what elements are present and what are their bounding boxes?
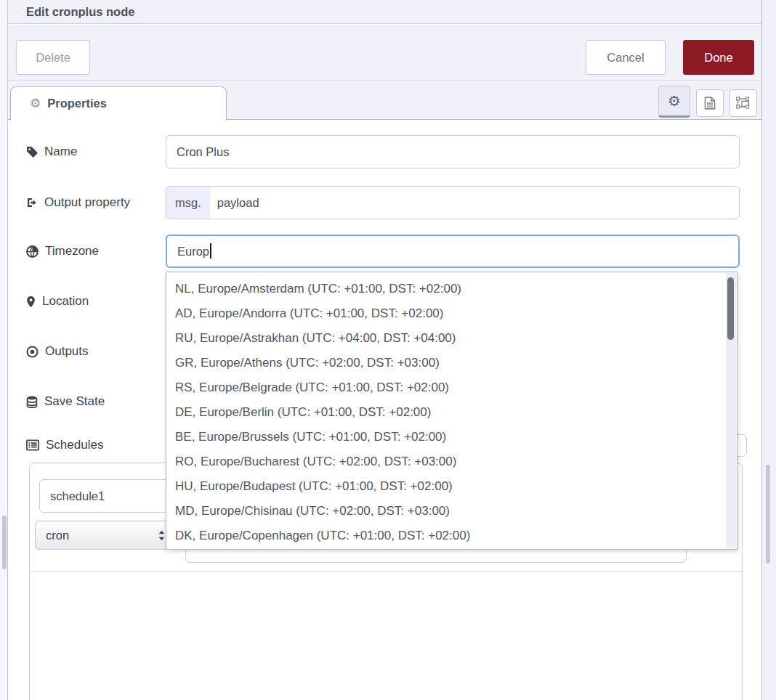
properties-tab-label: Properties [47,97,107,110]
timezone-dropdown-item[interactable]: IE, Europe/Dublin (UTC: +00:00, DST: +01… [166,548,737,550]
document-icon [704,97,716,110]
output-property-value: payload [210,187,259,219]
sort-arrows-icon [158,530,166,541]
msg-prefix-select[interactable]: msg. [166,187,210,219]
schedule-name-value: schedule1 [50,489,105,502]
timezone-dropdown-item[interactable]: HU, Europe/Budapest (UTC: +01:00, DST: +… [166,474,737,499]
timezone-dropdown-item[interactable]: DE, Europe/Berlin (UTC: +01:00, DST: +02… [166,400,737,425]
circle-dot-icon [26,346,39,358]
dialog-header: Edit cronplus node [8,0,761,24]
timezone-dropdown-item[interactable]: DK, Europe/Copenhagen (UTC: +01:00, DST:… [166,524,737,548]
timezone-dropdown-item[interactable]: NL, Europe/Amsterdam (UTC: +01:00, DST: … [166,277,737,301]
dialog-title: Edit cronplus node [26,0,134,23]
timezone-dropdown-item[interactable]: AD, Europe/Andorra (UTC: +01:00, DST: +0… [166,301,737,326]
name-label: Name [44,145,77,159]
right-scrollbar-thumb[interactable] [766,465,770,563]
gear-icon: ⚙ [668,92,681,110]
delete-button[interactable]: Delete [16,40,90,75]
location-label: Location [42,294,89,309]
right-panel-scrollbar [761,0,776,700]
save-state-label: Save State [44,394,105,409]
done-button[interactable]: Done [683,40,754,75]
name-input-value: Cron Plus [177,145,229,158]
outputs-label-row: Outputs [26,342,89,361]
timezone-dropdown-item[interactable]: RO, Europe/Bucharest (UTC: +02:00, DST: … [166,449,737,474]
timezone-dropdown-item[interactable]: RU, Europe/Astrakhan (UTC: +04:00, DST: … [166,326,737,351]
appearance-icon [736,97,751,110]
schedules-label-row: Schedules [26,436,103,455]
timezone-label: Timezone [45,244,99,259]
schedules-label: Schedules [46,438,103,452]
cancel-button[interactable]: Cancel [586,40,666,75]
output-property-label-row: Output property [26,193,130,212]
schedule-type-value: cron [46,529,69,542]
sign-out-icon [26,197,38,208]
appearance-button[interactable] [729,89,757,117]
timezone-dropdown: NL, Europe/Amsterdam (UTC: +01:00, DST: … [166,272,737,550]
schedule-type-select[interactable]: cron [35,521,173,550]
dropdown-scrollbar-thumb[interactable] [727,277,734,340]
edit-properties-button[interactable]: ⚙ [658,86,690,118]
tag-icon [26,146,38,158]
gear-icon: ⚙ [30,97,41,110]
location-label-row: Location [26,292,89,311]
name-input[interactable]: Cron Plus [166,135,740,168]
timezone-dropdown-item[interactable]: BE, Europe/Brussels (UTC: +01:00, DST: +… [166,425,737,449]
output-property-label: Output property [44,195,130,210]
tab-properties[interactable]: ⚙Properties [10,86,227,121]
edit-cronplus-dialog: Edit cronplus node Delete Cancel Done ⚙P… [0,0,776,700]
timezone-dropdown-item[interactable]: GR, Europe/Athens (UTC: +02:00, DST: +03… [166,351,737,375]
dropdown-scrollbar-track[interactable] [726,273,736,548]
map-marker-icon [26,296,36,308]
output-property-input[interactable]: msg. payload [166,186,740,219]
name-label-row: Name [26,142,77,161]
dialog-toolbar: Delete Cancel Done [8,25,761,81]
timezone-dropdown-item[interactable]: RS, Europe/Belgrade (UTC: +01:00, DST: +… [166,375,737,400]
editor-tab-strip: ⚙Properties ⚙ [8,81,761,120]
timezone-input-value: Europ [177,245,209,258]
text-cursor [210,243,211,259]
save-state-label-row: Save State [26,392,105,411]
timezone-dropdown-item[interactable]: MD, Europe/Chisinau (UTC: +02:00, DST: +… [166,499,737,524]
database-icon [26,396,38,408]
timezone-input[interactable]: Europ [166,235,740,268]
globe-icon [26,245,39,258]
timezone-label-row: Timezone [26,242,99,261]
timezone-dropdown-list: NL, Europe/Amsterdam (UTC: +01:00, DST: … [166,277,737,550]
list-table-icon [26,439,39,451]
node-description-button[interactable] [696,89,724,117]
left-panel-scrollbar [0,0,8,700]
outputs-label: Outputs [45,344,89,359]
left-scrollbar-thumb[interactable] [2,516,7,569]
schedule-panel-divider [30,571,742,572]
